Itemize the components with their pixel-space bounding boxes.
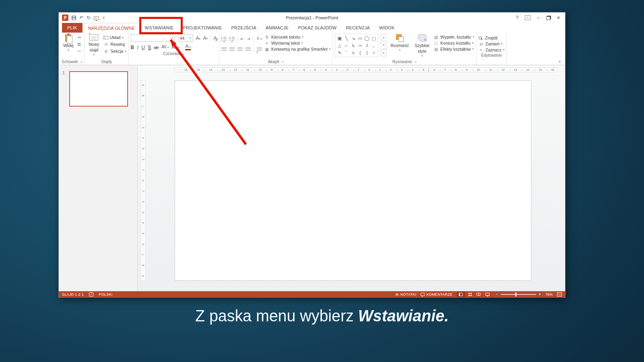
text-shadow-button[interactable]: S: [148, 45, 151, 50]
comments-toggle[interactable]: KOMENTARZE: [421, 292, 452, 296]
minimize-button[interactable]: –: [537, 16, 540, 19]
reset-button[interactable]: ↺Resetuj: [103, 41, 126, 47]
bullets-button[interactable]: [221, 37, 227, 41]
shapes-scroll-down-icon[interactable]: ▼: [381, 42, 386, 49]
zoom-slider[interactable]: [501, 294, 536, 295]
reading-view-button[interactable]: [475, 292, 483, 297]
shapes-gallery-scrollbar[interactable]: ▲ ▼ ▼: [381, 34, 386, 56]
customize-qat-button[interactable]: =: [102, 15, 105, 20]
numbering-button[interactable]: [229, 37, 235, 41]
font-name-combobox[interactable]: [131, 34, 175, 42]
clear-formatting-button[interactable]: A: [214, 35, 217, 41]
shape-icon[interactable]: ⌐: [345, 43, 348, 48]
italic-button[interactable]: I: [137, 45, 138, 50]
save-button[interactable]: [72, 16, 76, 20]
clipboard-dialog-launcher-icon[interactable]: ↘: [80, 60, 83, 64]
decrease-font-size-button[interactable]: A: [203, 35, 208, 41]
change-case-button[interactable]: Aa: [171, 44, 179, 51]
start-slideshow-button[interactable]: [94, 16, 99, 20]
shape-icon[interactable]: ⇩: [365, 43, 369, 48]
restore-button[interactable]: [546, 16, 550, 20]
shape-icon[interactable]: △: [338, 43, 341, 48]
ribbon-tab[interactable]: ANIMACJE: [262, 23, 293, 33]
shape-effects-button[interactable]: ▧Efekty kształtów: [433, 47, 474, 51]
align-center-button[interactable]: [229, 47, 235, 51]
underline-button[interactable]: U: [141, 45, 145, 50]
language-indicator[interactable]: POLSKI: [99, 292, 112, 296]
strikethrough-button[interactable]: ab: [154, 45, 159, 50]
shapes-scroll-up-icon[interactable]: ▲: [381, 34, 386, 41]
shape-icon[interactable]: ↘: [351, 36, 355, 41]
paste-button[interactable]: Wklej: [62, 34, 75, 52]
shape-icon[interactable]: ╲: [345, 36, 348, 41]
line-spacing-button[interactable]: ⇕: [256, 37, 262, 41]
zoom-out-button[interactable]: −: [496, 292, 498, 296]
ribbon-display-options-button[interactable]: ∧: [525, 15, 530, 20]
fit-to-window-button[interactable]: [557, 292, 562, 296]
shape-icon[interactable]: }: [366, 50, 368, 55]
align-right-button[interactable]: [237, 47, 243, 51]
font-dialog-launcher-icon[interactable]: ↘: [182, 52, 184, 56]
ribbon-tab[interactable]: NARZĘDZIA GŁÓWNE: [84, 23, 140, 33]
ribbon-tab[interactable]: RECENZJA: [342, 23, 374, 33]
notes-toggle[interactable]: ▤NOTATKI: [396, 292, 417, 296]
text-direction-button[interactable]: ⇅Kierunek tekstu: [264, 35, 331, 39]
font-color-button[interactable]: A: [185, 44, 190, 50]
bold-button[interactable]: B: [131, 45, 134, 50]
shape-icon[interactable]: ▢: [372, 36, 376, 41]
undo-button[interactable]: ↶: [79, 15, 83, 21]
copy-button[interactable]: ⧉: [78, 42, 81, 47]
slide-thumbnail[interactable]: [69, 71, 128, 107]
zoom-percentage[interactable]: 76%: [545, 292, 553, 296]
shape-outline-button[interactable]: ▢Kontury kształtu: [433, 41, 474, 45]
slide-canvas[interactable]: [175, 80, 531, 281]
decrease-indent-button[interactable]: ⇤: [241, 37, 244, 41]
ribbon-tab[interactable]: POKAZ SLAJDÓW: [294, 23, 341, 33]
ribbon-tab[interactable]: PROJEKTOWANIE: [179, 23, 226, 33]
align-left-button[interactable]: [221, 47, 227, 51]
shape-icon[interactable]: ☆: [372, 50, 376, 56]
zoom-in-button[interactable]: +: [539, 292, 541, 296]
justify-button[interactable]: [246, 47, 251, 51]
zoom-slider-thumb[interactable]: [515, 292, 516, 296]
shape-fill-button[interactable]: ▨Wypełn. kształtu: [433, 35, 474, 39]
redo-button[interactable]: ↻: [87, 15, 91, 21]
collapse-ribbon-button[interactable]: ∧: [558, 60, 561, 64]
shape-icon[interactable]: ◟: [373, 43, 375, 48]
shape-icon[interactable]: ◯: [365, 36, 369, 41]
slideshow-view-button[interactable]: [483, 292, 491, 297]
cut-button[interactable]: ✂: [78, 35, 81, 40]
shapes-more-icon[interactable]: ▼: [381, 49, 386, 56]
ribbon-tab[interactable]: PLIK: [62, 23, 83, 33]
close-button[interactable]: ✕: [557, 15, 560, 21]
shape-icon[interactable]: ✎: [338, 50, 341, 56]
paragraph-dialog-launcher-icon[interactable]: ↘: [281, 60, 284, 64]
slide-sorter-view-button[interactable]: [466, 292, 474, 297]
shapes-gallery[interactable]: ▣╲↘▭◯▢△⌐↳⇨⇩◟✎⌒∿{}☆: [335, 34, 378, 57]
drawing-dialog-launcher-icon[interactable]: ↘: [414, 60, 417, 64]
columns-button[interactable]: [257, 47, 262, 51]
align-text-button[interactable]: ≡Wyrównaj tekst: [264, 41, 331, 45]
section-button[interactable]: ≣Sekcja: [103, 48, 126, 54]
convert-smartart-button[interactable]: ▦Konwertuj na grafikę SmartArt: [264, 47, 331, 51]
layout-button[interactable]: Układ: [103, 35, 126, 41]
spell-check-icon[interactable]: ✓: [89, 292, 93, 296]
shape-icon[interactable]: ⌒: [344, 50, 349, 56]
replace-button[interactable]: ⇄Zamień: [479, 41, 504, 46]
shape-icon[interactable]: {: [359, 50, 361, 55]
format-painter-button[interactable]: ✏: [78, 49, 81, 53]
quick-styles-button[interactable]: Szybkie style: [413, 34, 431, 58]
normal-view-button[interactable]: [457, 292, 465, 297]
select-button[interactable]: ↖Zaznacz: [479, 47, 504, 52]
shape-icon[interactable]: ▣: [338, 36, 342, 41]
ribbon-tab[interactable]: WIDOK: [375, 23, 398, 33]
increase-indent-button[interactable]: ⇥: [247, 37, 250, 41]
new-slide-button[interactable]: Nowy slajd: [87, 34, 101, 57]
ribbon-tab[interactable]: PRZEJŚCIA: [227, 23, 260, 33]
shape-icon[interactable]: ▭: [358, 36, 362, 41]
help-button[interactable]: ?: [516, 15, 518, 21]
find-button[interactable]: Znajdź: [479, 35, 504, 40]
shape-icon[interactable]: ⇨: [358, 43, 362, 48]
shape-icon[interactable]: ↳: [351, 43, 355, 48]
shape-icon[interactable]: ∿: [351, 50, 355, 56]
